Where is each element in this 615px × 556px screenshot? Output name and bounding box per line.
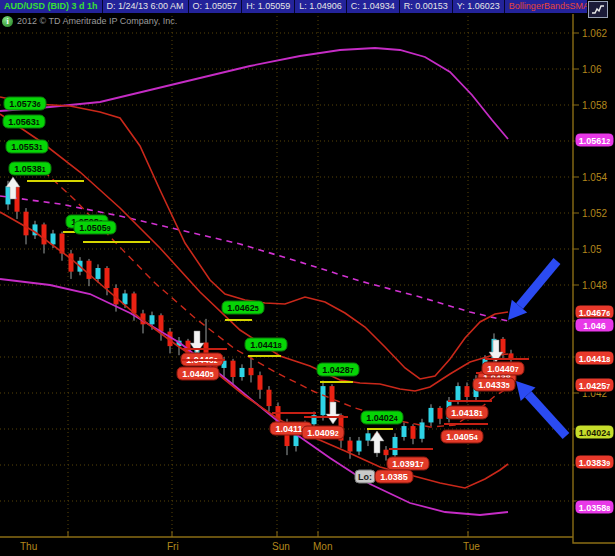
candle-down — [258, 375, 263, 390]
study-label[interactable]: BollingerBandsSMA (CLO… — [505, 0, 587, 13]
day-label: Thu — [20, 541, 37, 552]
signal-low-label-text: 1.03917 — [392, 459, 424, 469]
axis-price-bubble-text: 1.03839 — [579, 458, 611, 468]
info-icon: i — [2, 16, 13, 27]
candle-down — [411, 426, 416, 439]
year-field: Y: 1.06023 — [453, 0, 505, 13]
candle-up — [393, 437, 398, 455]
price-tick-label: 1.054 — [582, 172, 607, 183]
copyright-line: i 2012 © TD Ameritrade IP Company, Inc. — [2, 15, 177, 27]
candle-up — [366, 433, 371, 440]
chart-header-bar: AUD/USD (BID) 3 d 1h D: 1/24/13 6:00 AM … — [0, 0, 587, 13]
down-signal-arrow-icon — [326, 402, 340, 424]
swing-high-label-text: 1.05381 — [14, 164, 46, 174]
candle-up — [402, 426, 407, 437]
copyright-text: 2012 © TD Ameritrade IP Company, Inc. — [17, 16, 177, 26]
candle-down — [24, 212, 29, 236]
swing-high-label-text: 1.05059 — [79, 223, 111, 233]
candle-down — [501, 339, 506, 354]
candle-up — [429, 408, 434, 423]
axis-price-bubble-text: 1.05612 — [579, 136, 611, 146]
candle-down — [231, 361, 236, 377]
blue-annotation-arrow-shaft — [528, 394, 566, 436]
candle-down — [105, 268, 110, 288]
high-field: H: 1.05059 — [242, 0, 295, 13]
red-band-mid-dashed — [35, 163, 508, 427]
low-field: L: 1.04906 — [295, 0, 347, 13]
axis-price-bubble-text: 1.04257 — [579, 381, 611, 391]
candle-down — [42, 224, 47, 244]
signal-low-label-text: 1.04092 — [307, 428, 339, 438]
signal-low-label-text: 1.04407 — [487, 364, 519, 374]
candle-down — [159, 315, 164, 331]
chart-curve-icon — [591, 4, 605, 15]
candle-up — [150, 315, 155, 324]
price-tick-label: 1.05 — [582, 244, 602, 255]
signal-low-label-text: 1.04054 — [446, 432, 478, 442]
candle-up — [321, 386, 326, 415]
axis-price-bubble-text: 1.04024 — [579, 428, 611, 438]
swing-high-label-text: 1.05631 — [8, 117, 40, 127]
axis-price-bubble-text: 1.03588 — [579, 503, 611, 513]
price-tick-label: 1.052 — [582, 208, 607, 219]
candle-down — [267, 390, 272, 406]
price-chart[interactable]: 1.0621.061.0581.0541.0521.051.0481.0421.… — [0, 0, 615, 556]
candle-down — [384, 450, 389, 455]
open-field: O: 1.05057 — [189, 0, 243, 13]
price-tick-label: 1.048 — [582, 280, 607, 291]
candle-up — [357, 441, 362, 452]
range-field: R: 0.00153 — [400, 0, 453, 13]
candle-up — [294, 435, 299, 446]
axis-price-bubble-text: 1.04418 — [579, 354, 611, 364]
bollinger-upper-magenta — [0, 48, 508, 139]
swing-high-label-text: 1.04418 — [250, 340, 282, 350]
day-label: Fri — [167, 541, 179, 552]
signal-low-label-text: 1.04181 — [451, 408, 483, 418]
price-tick-label: 1.062 — [582, 28, 607, 39]
chart-style-button[interactable] — [588, 1, 608, 18]
signal-low-label-text: 1.04335 — [478, 380, 510, 390]
swing-high-label-text: 1.05736 — [9, 99, 41, 109]
candle-down — [438, 408, 443, 419]
swing-high-label-text: 1.05531 — [11, 142, 43, 152]
price-tick-label: 1.058 — [582, 100, 607, 111]
swing-high-label-text: 1.04287 — [322, 365, 354, 375]
day-label: Mon — [313, 541, 332, 552]
lo-prefix-text: Lo: — [358, 472, 372, 482]
axis-price-bubble-text: 1.046 — [583, 321, 606, 331]
close-field: C: 1.04934 — [347, 0, 400, 13]
signal-low-label-text: 1.04405 — [182, 369, 214, 379]
candle-down — [465, 386, 470, 397]
candle-up — [96, 268, 101, 279]
swing-high-label-text: 1.04625 — [227, 303, 259, 313]
blue-annotation-arrow-shaft — [520, 261, 557, 306]
red-band-upper — [0, 97, 508, 379]
axis-corner — [573, 537, 615, 543]
date-field: D: 1/24/13 6:00 AM — [103, 0, 189, 13]
day-label: Sun — [272, 541, 290, 552]
candle-down — [348, 441, 353, 452]
price-tick-label: 1.06 — [582, 64, 602, 75]
up-signal-arrow-icon — [370, 431, 384, 453]
symbol-label: AUD/USD (BID) 3 d 1h — [0, 0, 103, 13]
candle-up — [456, 386, 461, 401]
candle-down — [69, 253, 74, 271]
candle-down — [249, 368, 254, 375]
signal-low-label-text: 1.0385 — [380, 472, 408, 482]
candle-up — [240, 368, 245, 377]
candle-up — [51, 233, 56, 244]
axis-price-bubble-text: 1.04676 — [579, 308, 611, 318]
day-label: Tue — [463, 541, 480, 552]
swing-high-label-text: 1.04024 — [366, 413, 398, 423]
